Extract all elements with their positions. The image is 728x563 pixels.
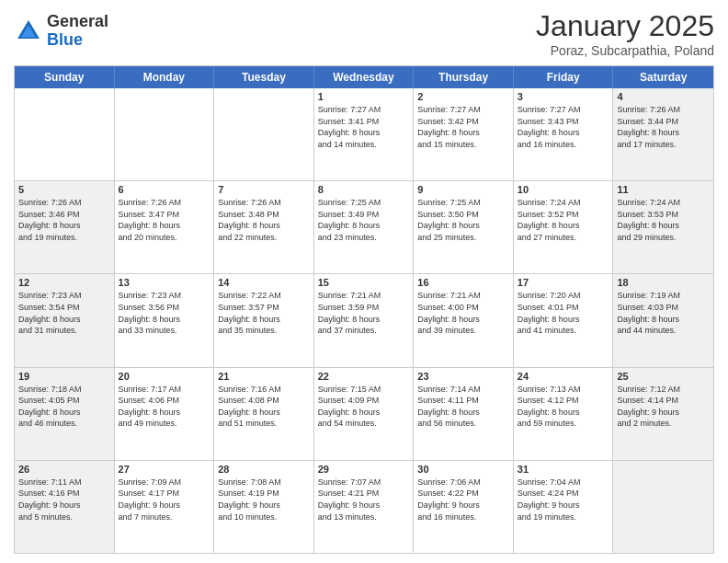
day-cell-31: 31Sunrise: 7:04 AM Sunset: 4:24 PM Dayli…: [514, 461, 614, 553]
header: General Blue January 2025 Poraz, Subcarp…: [14, 9, 714, 58]
day-info: Sunrise: 7:18 AM Sunset: 4:05 PM Dayligh…: [18, 384, 110, 430]
day-number: 30: [417, 464, 509, 475]
day-cell-27: 27Sunrise: 7:09 AM Sunset: 4:17 PM Dayli…: [115, 461, 215, 553]
day-info: Sunrise: 7:26 AM Sunset: 3:44 PM Dayligh…: [617, 104, 710, 150]
day-cell-5: 5Sunrise: 7:26 AM Sunset: 3:46 PM Daylig…: [15, 181, 115, 273]
calendar-header: SundayMondayTuesdayWednesdayThursdayFrid…: [15, 66, 713, 88]
day-number: 7: [218, 184, 310, 195]
day-info: Sunrise: 7:26 AM Sunset: 3:46 PM Dayligh…: [18, 197, 110, 243]
day-number: 20: [119, 371, 210, 382]
day-info: Sunrise: 7:23 AM Sunset: 3:56 PM Dayligh…: [119, 290, 210, 336]
day-info: Sunrise: 7:26 AM Sunset: 3:47 PM Dayligh…: [119, 197, 210, 243]
logo-blue: Blue: [47, 31, 108, 50]
day-cell-9: 9Sunrise: 7:25 AM Sunset: 3:50 PM Daylig…: [414, 181, 514, 273]
day-info: Sunrise: 7:24 AM Sunset: 3:52 PM Dayligh…: [518, 197, 609, 243]
day-number: 29: [318, 464, 410, 475]
day-number: 5: [18, 184, 110, 195]
logo-text: General Blue: [47, 13, 108, 50]
empty-cell: [214, 88, 314, 180]
day-cell-18: 18Sunrise: 7:19 AM Sunset: 4:03 PM Dayli…: [613, 274, 713, 366]
day-number: 28: [218, 464, 310, 475]
header-cell-wednesday: Wednesday: [314, 66, 415, 88]
logo: General Blue: [14, 13, 108, 50]
title-block: January 2025 Poraz, Subcarpathia, Poland: [536, 9, 714, 58]
day-number: 4: [617, 91, 710, 102]
day-cell-28: 28Sunrise: 7:08 AM Sunset: 4:19 PM Dayli…: [214, 461, 314, 553]
day-info: Sunrise: 7:16 AM Sunset: 4:08 PM Dayligh…: [218, 384, 310, 430]
day-number: 19: [18, 371, 110, 382]
day-info: Sunrise: 7:21 AM Sunset: 3:59 PM Dayligh…: [318, 290, 410, 336]
day-cell-17: 17Sunrise: 7:20 AM Sunset: 4:01 PM Dayli…: [514, 274, 614, 366]
day-number: 13: [119, 277, 210, 288]
empty-cell: [15, 88, 115, 180]
header-cell-tuesday: Tuesday: [214, 66, 314, 88]
day-info: Sunrise: 7:23 AM Sunset: 3:54 PM Dayligh…: [18, 290, 110, 336]
day-number: 23: [417, 371, 509, 382]
day-info: Sunrise: 7:24 AM Sunset: 3:53 PM Dayligh…: [617, 197, 710, 243]
day-info: Sunrise: 7:14 AM Sunset: 4:11 PM Dayligh…: [417, 384, 509, 430]
week-row-4: 19Sunrise: 7:18 AM Sunset: 4:05 PM Dayli…: [15, 368, 713, 461]
header-cell-sunday: Sunday: [15, 66, 115, 88]
day-number: 15: [318, 277, 410, 288]
empty-cell: [115, 88, 215, 180]
day-number: 22: [318, 371, 410, 382]
header-cell-friday: Friday: [514, 66, 614, 88]
day-info: Sunrise: 7:08 AM Sunset: 4:19 PM Dayligh…: [218, 477, 310, 523]
day-info: Sunrise: 7:17 AM Sunset: 4:06 PM Dayligh…: [119, 384, 210, 430]
day-info: Sunrise: 7:11 AM Sunset: 4:16 PM Dayligh…: [18, 477, 110, 523]
day-number: 24: [518, 371, 609, 382]
day-number: 12: [18, 277, 110, 288]
day-info: Sunrise: 7:19 AM Sunset: 4:03 PM Dayligh…: [617, 290, 710, 336]
day-cell-24: 24Sunrise: 7:13 AM Sunset: 4:12 PM Dayli…: [514, 368, 614, 460]
day-info: Sunrise: 7:15 AM Sunset: 4:09 PM Dayligh…: [318, 384, 410, 430]
calendar: SundayMondayTuesdayWednesdayThursdayFrid…: [14, 65, 714, 554]
day-cell-21: 21Sunrise: 7:16 AM Sunset: 4:08 PM Dayli…: [214, 368, 314, 460]
week-row-5: 26Sunrise: 7:11 AM Sunset: 4:16 PM Dayli…: [15, 461, 713, 553]
day-number: 10: [518, 184, 609, 195]
day-cell-23: 23Sunrise: 7:14 AM Sunset: 4:11 PM Dayli…: [414, 368, 514, 460]
header-cell-saturday: Saturday: [613, 66, 713, 88]
day-info: Sunrise: 7:27 AM Sunset: 3:42 PM Dayligh…: [417, 104, 509, 150]
day-cell-16: 16Sunrise: 7:21 AM Sunset: 4:00 PM Dayli…: [414, 274, 514, 366]
day-info: Sunrise: 7:09 AM Sunset: 4:17 PM Dayligh…: [119, 477, 210, 523]
day-cell-19: 19Sunrise: 7:18 AM Sunset: 4:05 PM Dayli…: [15, 368, 115, 460]
day-info: Sunrise: 7:07 AM Sunset: 4:21 PM Dayligh…: [318, 477, 410, 523]
day-cell-11: 11Sunrise: 7:24 AM Sunset: 3:53 PM Dayli…: [613, 181, 713, 273]
day-cell-15: 15Sunrise: 7:21 AM Sunset: 3:59 PM Dayli…: [314, 274, 415, 366]
day-cell-14: 14Sunrise: 7:22 AM Sunset: 3:57 PM Dayli…: [214, 274, 314, 366]
day-cell-6: 6Sunrise: 7:26 AM Sunset: 3:47 PM Daylig…: [115, 181, 215, 273]
day-cell-13: 13Sunrise: 7:23 AM Sunset: 3:56 PM Dayli…: [115, 274, 215, 366]
day-number: 8: [318, 184, 410, 195]
day-cell-25: 25Sunrise: 7:12 AM Sunset: 4:14 PM Dayli…: [613, 368, 713, 460]
day-number: 6: [119, 184, 210, 195]
day-info: Sunrise: 7:26 AM Sunset: 3:48 PM Dayligh…: [218, 197, 310, 243]
day-number: 31: [518, 464, 609, 475]
day-number: 16: [417, 277, 509, 288]
day-info: Sunrise: 7:27 AM Sunset: 3:41 PM Dayligh…: [318, 104, 410, 150]
page: General Blue January 2025 Poraz, Subcarp…: [0, 0, 728, 563]
day-info: Sunrise: 7:12 AM Sunset: 4:14 PM Dayligh…: [617, 384, 710, 430]
week-row-3: 12Sunrise: 7:23 AM Sunset: 3:54 PM Dayli…: [15, 274, 713, 367]
subtitle: Poraz, Subcarpathia, Poland: [536, 43, 714, 58]
header-cell-thursday: Thursday: [414, 66, 514, 88]
day-number: 26: [18, 464, 110, 475]
day-cell-3: 3Sunrise: 7:27 AM Sunset: 3:43 PM Daylig…: [514, 88, 614, 180]
day-cell-8: 8Sunrise: 7:25 AM Sunset: 3:49 PM Daylig…: [314, 181, 415, 273]
day-number: 3: [518, 91, 609, 102]
day-info: Sunrise: 7:21 AM Sunset: 4:00 PM Dayligh…: [417, 290, 509, 336]
day-info: Sunrise: 7:25 AM Sunset: 3:49 PM Dayligh…: [318, 197, 410, 243]
main-title: January 2025: [536, 9, 714, 43]
week-row-2: 5Sunrise: 7:26 AM Sunset: 3:46 PM Daylig…: [15, 181, 713, 274]
day-cell-4: 4Sunrise: 7:26 AM Sunset: 3:44 PM Daylig…: [613, 88, 713, 180]
empty-cell: [613, 461, 713, 553]
calendar-body: 1Sunrise: 7:27 AM Sunset: 3:41 PM Daylig…: [15, 88, 713, 553]
day-cell-7: 7Sunrise: 7:26 AM Sunset: 3:48 PM Daylig…: [214, 181, 314, 273]
day-number: 18: [617, 277, 710, 288]
day-info: Sunrise: 7:04 AM Sunset: 4:24 PM Dayligh…: [518, 477, 609, 523]
day-cell-12: 12Sunrise: 7:23 AM Sunset: 3:54 PM Dayli…: [15, 274, 115, 366]
logo-general: General: [47, 13, 108, 31]
day-number: 25: [617, 371, 710, 382]
day-cell-20: 20Sunrise: 7:17 AM Sunset: 4:06 PM Dayli…: [115, 368, 215, 460]
logo-icon: [14, 17, 43, 46]
day-number: 1: [318, 91, 410, 102]
